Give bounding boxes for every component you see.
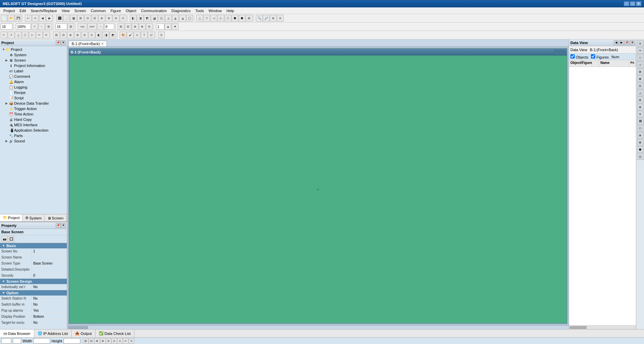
- status-btn4[interactable]: ⊗: [100, 338, 106, 344]
- tree-item-sound[interactable]: ▶ 🔊 Sound: [1, 138, 66, 144]
- vt-btn6[interactable]: ⊠: [637, 75, 644, 82]
- btn14[interactable]: ◪: [151, 15, 158, 22]
- menu-help[interactable]: Help: [225, 8, 236, 13]
- maximize-button[interactable]: □: [630, 1, 635, 6]
- draw-btn5[interactable]: ▷: [29, 32, 36, 38]
- tree-item-logging[interactable]: 📋 Logging: [1, 84, 66, 90]
- status-btn7[interactable]: A: [117, 338, 123, 344]
- canvas-tab-close-icon[interactable]: ✕: [101, 42, 104, 45]
- color-btn4[interactable]: T: [141, 32, 148, 38]
- btn21[interactable]: ▽: [203, 15, 210, 22]
- btn23[interactable]: ▷: [217, 15, 224, 22]
- tree-item-comment[interactable]: 💬 Comment: [1, 74, 66, 79]
- align-btn5[interactable]: ⊘: [81, 32, 88, 38]
- data-view-scroll-thumb[interactable]: [570, 326, 587, 329]
- tree-item-label[interactable]: 🏷 Label: [1, 68, 66, 74]
- tab-system[interactable]: ⚙ System: [23, 214, 45, 221]
- grid-btn1[interactable]: ⊞: [118, 23, 124, 30]
- tree-item-mes[interactable]: 🔌 MES Interface: [1, 122, 66, 128]
- btn25[interactable]: ⬢: [232, 15, 238, 22]
- grid-btn2[interactable]: ⊟: [125, 23, 131, 30]
- vt-btn14[interactable]: ⊗: [637, 132, 644, 139]
- arrow-btn[interactable]: →: [97, 23, 104, 30]
- color-btn5[interactable]: U: [148, 32, 155, 38]
- menu-screen[interactable]: Screen: [72, 8, 88, 13]
- draw-btn4[interactable]: ⬡: [22, 32, 29, 38]
- data-view-nav-left[interactable]: ◀: [614, 40, 618, 45]
- status-btn1[interactable]: ⊞: [83, 338, 88, 344]
- vt-btn7[interactable]: ⊡: [637, 82, 644, 89]
- grid-btn4[interactable]: ⊗: [139, 23, 146, 30]
- status-btn9[interactable]: S: [129, 338, 134, 344]
- color-btn3[interactable]: A: [134, 32, 140, 38]
- draw-btn6[interactable]: ✂: [36, 32, 43, 38]
- align-btn6[interactable]: ⊙: [88, 32, 95, 38]
- status-btn2[interactable]: ⊟: [89, 338, 94, 344]
- tree-item-hardcopy[interactable]: 🖨 Hard Copy: [1, 117, 66, 122]
- vt-btn5[interactable]: ⊞: [637, 68, 644, 75]
- canvas-maximize-btn[interactable]: □: [560, 50, 565, 55]
- draw-btn3[interactable]: △: [15, 32, 22, 38]
- coord-btn[interactable]: ⊞: [68, 23, 74, 30]
- num-input[interactable]: [104, 24, 114, 30]
- vt-btn10[interactable]: ⊕: [637, 104, 644, 110]
- tab-data-browser[interactable]: 🗃 Data Browser: [0, 330, 34, 337]
- menu-object[interactable]: Object: [124, 8, 138, 13]
- vt-btn3[interactable]: □: [637, 54, 644, 61]
- tab-output[interactable]: 📤 Output: [72, 330, 95, 337]
- tree-item-alarm[interactable]: 🔔 Alarm: [1, 79, 66, 84]
- align-btn3[interactable]: ⊕: [67, 32, 74, 38]
- zoom-in[interactable]: +: [31, 23, 38, 30]
- layer-input[interactable]: [156, 24, 164, 30]
- redo-button[interactable]: ↪: [32, 15, 39, 22]
- prop-detailed-desc[interactable]: Detailed Descriptio: [0, 267, 67, 273]
- btn22[interactable]: ◁: [210, 15, 217, 22]
- figures-checkbox[interactable]: [591, 54, 595, 59]
- save-button[interactable]: 💾: [15, 15, 22, 22]
- off-btn[interactable]: OFF: [87, 23, 97, 30]
- zoom-out[interactable]: −: [38, 23, 45, 30]
- property-pin-button[interactable]: 📌: [56, 223, 61, 228]
- vt-btn2[interactable]: ━: [637, 47, 644, 54]
- property-close-button[interactable]: ✕: [61, 223, 66, 228]
- color-btn2[interactable]: 🖌: [127, 32, 133, 38]
- tree-item-parts[interactable]: 🔧 Parts: [1, 133, 66, 138]
- vt-btn17[interactable]: ◫: [637, 153, 644, 160]
- status-btn3[interactable]: ⊕: [94, 338, 100, 344]
- align-btn2[interactable]: ⊟: [60, 32, 67, 38]
- vt-btn15[interactable]: ⊞: [637, 139, 644, 146]
- btn20[interactable]: △: [196, 15, 203, 22]
- misc-btn1[interactable]: S: [158, 32, 165, 38]
- menu-search[interactable]: Search/Replace: [29, 8, 59, 13]
- btn27[interactable]: ⊞: [246, 15, 252, 22]
- status-btn6[interactable]: ⊙: [112, 338, 117, 344]
- btn29[interactable]: 🔎: [263, 15, 270, 22]
- minimize-button[interactable]: ─: [624, 1, 629, 6]
- objects-checkbox-label[interactable]: Objects: [570, 54, 588, 59]
- data-view-pin[interactable]: 📌: [625, 40, 629, 45]
- btn26[interactable]: ⬣: [239, 15, 245, 22]
- btn28[interactable]: 🔍: [256, 15, 263, 22]
- status-input2[interactable]: [13, 338, 21, 344]
- scroll-thumb[interactable]: [68, 326, 88, 329]
- forward-button[interactable]: ▶: [46, 15, 53, 22]
- prop-icon1[interactable]: 📷: [1, 236, 7, 242]
- btn5[interactable]: ⊡: [84, 15, 91, 22]
- draw-btn7[interactable]: ✏: [43, 32, 50, 38]
- vt-btn4[interactable]: ◇: [637, 61, 644, 68]
- canvas-content[interactable]: +: [69, 56, 567, 323]
- btn1[interactable]: ⬛: [56, 15, 63, 22]
- undo-button[interactable]: ↩: [25, 15, 32, 22]
- status-input1[interactable]: [1, 338, 11, 344]
- tree-item-project[interactable]: ▼ 📁 Project: [1, 47, 66, 52]
- zoom-box[interactable]: ⊞: [45, 23, 52, 30]
- btn11[interactable]: ◧: [130, 15, 136, 22]
- tree-item-appsel[interactable]: 📲 Application Selection: [1, 128, 66, 133]
- new-button[interactable]: 📄: [1, 15, 7, 22]
- project-pin-button[interactable]: 📌: [56, 40, 61, 45]
- objects-checkbox[interactable]: [570, 54, 575, 59]
- tab-project[interactable]: 📁 Project: [0, 214, 23, 221]
- menu-edit[interactable]: Edit: [17, 8, 28, 13]
- tree-item-recipe[interactable]: 📄 Recipe: [1, 90, 66, 95]
- btn31[interactable]: ⊖: [277, 15, 284, 22]
